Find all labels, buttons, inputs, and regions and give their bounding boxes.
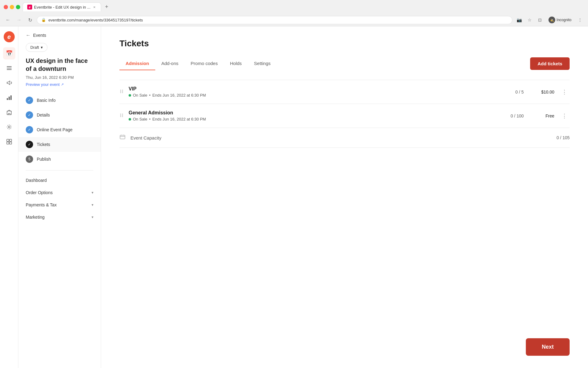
svg-point-21 [122, 115, 123, 116]
svg-rect-1 [7, 68, 12, 68]
browser-chrome: e Eventbrite - Edit UX design in ... ✕ +… [0, 0, 588, 26]
svg-rect-11 [9, 142, 12, 144]
logo-letter: e [7, 33, 11, 40]
capacity-icon [119, 134, 126, 141]
capacity-icon-svg [119, 134, 126, 140]
event-date: Thu, Jun 16, 2022 6:30 PM [18, 75, 101, 80]
chart-nav-icon[interactable] [3, 91, 15, 104]
drag-icon-svg [119, 89, 124, 94]
vip-ticket-status: On Sale • Ends Jun 16, 2022 at 6:30 PM [129, 93, 502, 98]
draft-label: Draft [30, 45, 39, 50]
browser-tabs: e Eventbrite - Edit UX design in ... ✕ + [23, 2, 521, 11]
grid-icon-svg [6, 139, 12, 145]
lock-icon: 🔒 [41, 18, 46, 22]
ticket-tabs: Admission Add-ons Promo codes Holds Sett… [119, 57, 277, 70]
new-tab-button[interactable]: + [102, 3, 111, 11]
vip-capacity: 0 / 5 [502, 90, 524, 94]
nav-payments-tax[interactable]: Payments & Tax ▾ [18, 199, 101, 211]
gear-nav-icon[interactable] [3, 121, 15, 133]
calendar-nav-icon[interactable]: 📅 [3, 47, 15, 59]
drag-ga-icon-svg [119, 113, 124, 118]
svg-rect-5 [10, 95, 12, 100]
tab-holds[interactable]: Holds [224, 57, 248, 70]
grid-nav-icon[interactable] [3, 136, 15, 148]
ga-ticket-info: General Admission On Sale • Ends Jun 16,… [129, 110, 502, 121]
ticket-row-general-admission: General Admission On Sale • Ends Jun 16,… [119, 104, 570, 128]
vip-context-menu-icon[interactable]: ⋮ [559, 87, 570, 97]
eventbrite-logo[interactable]: e [4, 31, 15, 42]
minimize-dot[interactable] [10, 5, 14, 9]
gear-icon-svg [6, 124, 12, 130]
maximize-dot[interactable] [16, 5, 20, 9]
ga-price: Free [536, 113, 554, 118]
vip-end-label: Ends Jun 16, 2022 at 6:30 PM [153, 93, 206, 98]
list-icon-svg [6, 65, 12, 71]
svg-rect-2 [7, 69, 12, 70]
svg-point-23 [122, 116, 123, 117]
order-options-chevron-icon: ▾ [92, 190, 93, 195]
megaphone-icon-svg [6, 80, 12, 86]
list-nav-icon[interactable] [3, 62, 15, 74]
svg-rect-0 [7, 66, 12, 67]
browser-tab-active[interactable]: e Eventbrite - Edit UX design in ... ✕ [23, 2, 101, 11]
draft-dropdown[interactable]: Draft ▾ [26, 43, 47, 52]
draft-chevron-icon: ▾ [41, 45, 43, 50]
nav-step-tickets[interactable]: ✓ Tickets [18, 137, 101, 152]
nav-step-details[interactable]: ✓ Details [18, 108, 101, 122]
star-icon[interactable]: ☆ [525, 16, 534, 24]
basic-info-label: Basic Info [37, 98, 55, 103]
tab-promo-codes[interactable]: Promo codes [185, 57, 224, 70]
back-to-events[interactable]: ← Events [18, 33, 101, 43]
back-button[interactable]: ← [4, 16, 12, 24]
drag-handle-icon[interactable] [119, 89, 124, 95]
nav-step-basic-info[interactable]: ✓ Basic Info [18, 93, 101, 108]
tab-settings[interactable]: Settings [248, 57, 277, 70]
capacity-value: 0 / 105 [556, 135, 570, 140]
svg-rect-24 [120, 135, 125, 139]
svg-point-22 [120, 116, 121, 117]
incognito-badge: 🕵 Incognito [546, 16, 574, 24]
ga-status-label: On Sale [133, 117, 147, 121]
vip-status-dot [129, 94, 131, 97]
reload-button[interactable]: ↻ [26, 16, 34, 24]
svg-point-16 [120, 92, 121, 93]
main-content: Tickets Admission Add-ons Promo codes Ho… [101, 26, 588, 368]
close-dot[interactable] [4, 5, 8, 9]
camera-icon[interactable]: 📷 [515, 16, 523, 24]
nav-step-publish[interactable]: 5 Publish [18, 152, 101, 167]
drag-handle-ga-icon[interactable] [119, 113, 124, 119]
preview-event-link[interactable]: Preview your event ↗ [18, 82, 101, 87]
svg-rect-10 [7, 142, 9, 144]
event-capacity-row: Event Capacity 0 / 105 [119, 128, 570, 148]
megaphone-nav-icon[interactable] [3, 77, 15, 89]
building-nav-icon[interactable] [3, 106, 15, 118]
basic-info-check-icon: ✓ [26, 97, 33, 104]
svg-point-18 [120, 114, 121, 115]
next-button[interactable]: Next [526, 338, 570, 356]
forward-button[interactable]: → [15, 16, 23, 24]
menu-icon[interactable]: ⋮ [576, 16, 584, 24]
publish-label: Publish [37, 157, 51, 162]
tab-admission[interactable]: Admission [119, 57, 155, 70]
nav-dashboard[interactable]: Dashboard [18, 174, 101, 186]
tab-add-ons[interactable]: Add-ons [155, 57, 185, 70]
nav-marketing[interactable]: Marketing ▾ [18, 211, 101, 223]
browser-toolbar: ← → ↻ 🔒 eventbrite.com/manage/events/336… [0, 14, 588, 26]
sidebar-toggle-icon[interactable]: ⊡ [536, 16, 544, 24]
ga-context-menu-icon[interactable]: ⋮ [559, 111, 570, 121]
nav-order-options[interactable]: Order Options ▾ [18, 186, 101, 199]
ticket-row-vip: VIP On Sale • Ends Jun 16, 2022 at 6:30 … [119, 80, 570, 104]
tab-close-icon[interactable]: ✕ [92, 5, 96, 9]
payments-tax-chevron-icon: ▾ [92, 203, 93, 207]
add-tickets-button[interactable]: Add tickets [530, 57, 570, 70]
marketing-chevron-icon: ▾ [92, 215, 93, 219]
nav-step-online-event-page[interactable]: ✓ Online Event Page [18, 122, 101, 137]
event-title: UX design in the face of a downturn [18, 57, 101, 73]
details-label: Details [37, 113, 50, 117]
icon-sidebar: e 📅 [0, 26, 18, 368]
building-icon-svg [6, 109, 12, 115]
browser-actions: 📷 ☆ ⊡ 🕵 Incognito ⋮ [515, 16, 584, 24]
address-bar[interactable]: 🔒 eventbrite.com/manage/events/336451735… [37, 16, 512, 24]
svg-point-15 [122, 91, 123, 92]
incognito-icon: 🕵 [548, 17, 555, 23]
